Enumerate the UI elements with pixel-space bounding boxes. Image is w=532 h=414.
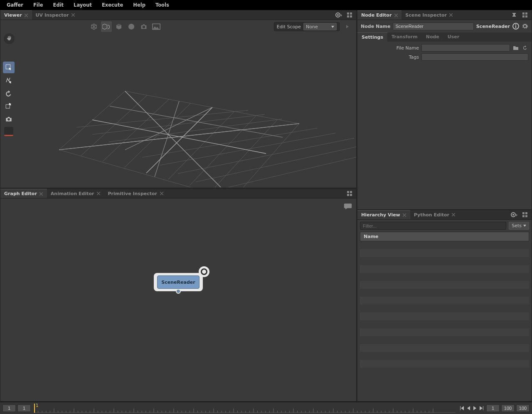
list-item[interactable] [360, 312, 529, 320]
menu-gaffer[interactable]: Gaffer [2, 0, 28, 10]
menu-execute[interactable]: Execute [97, 0, 128, 10]
timeline-current-input[interactable] [486, 404, 500, 412]
tags-input[interactable] [421, 53, 528, 61]
sets-dropdown[interactable]: Sets [509, 222, 529, 230]
edit-scope-select[interactable]: None [303, 23, 337, 30]
list-item[interactable] [360, 344, 529, 352]
svg-rect-25 [522, 212, 525, 214]
timeline-end-input[interactable] [516, 404, 530, 412]
image-icon[interactable] [151, 21, 162, 32]
draw-shaded-icon[interactable] [113, 21, 124, 32]
tab-node-editor[interactable]: Node Editor [357, 10, 401, 20]
timeline-start-input[interactable] [2, 404, 16, 412]
tab-uv-inspector[interactable]: UV Inspector [32, 10, 79, 20]
close-icon[interactable] [71, 13, 75, 17]
hierarchy-filter-input[interactable] [360, 222, 506, 230]
tab-python-editor[interactable]: Python Editor [410, 210, 459, 219]
gear-icon[interactable] [522, 23, 528, 30]
node-output-port[interactable] [176, 289, 181, 294]
list-item[interactable] [360, 305, 529, 312]
info-icon[interactable] [512, 23, 519, 30]
timeline-range-end-input[interactable] [501, 404, 515, 412]
tab-hierarchy-view[interactable]: Hierarchy View [357, 210, 410, 219]
layout-grid-icon[interactable] [521, 211, 529, 219]
draw-sphere-icon[interactable] [126, 21, 137, 32]
list-item[interactable] [360, 368, 529, 376]
tab-animation-editor[interactable]: Animation Editor [47, 189, 104, 198]
section-tab-transform[interactable]: Transform [387, 32, 422, 42]
rotate-tool-icon[interactable] [3, 87, 15, 99]
close-icon[interactable] [452, 213, 456, 217]
layout-grid-icon[interactable] [345, 11, 354, 19]
sets-label: Sets [512, 223, 522, 228]
edit-scope-next-icon[interactable] [342, 21, 353, 32]
section-tab-user[interactable]: User [443, 32, 463, 42]
node-focus-icon[interactable] [199, 266, 209, 277]
close-icon[interactable] [39, 192, 43, 196]
menu-file[interactable]: File [28, 0, 48, 10]
graph-canvas[interactable]: SceneReader [0, 198, 356, 401]
graph-node-scenereader[interactable]: SceneReader [154, 273, 203, 291]
list-item[interactable] [360, 320, 529, 328]
pin-icon[interactable] [510, 11, 518, 19]
close-icon[interactable] [449, 13, 453, 17]
folder-icon[interactable] [512, 45, 519, 51]
close-icon[interactable] [96, 192, 100, 196]
skip-end-icon[interactable] [479, 405, 485, 411]
hierarchy-column-name[interactable]: Name [360, 232, 529, 241]
play-back-icon[interactable] [466, 405, 471, 411]
layout-grid-icon[interactable] [345, 189, 354, 198]
skip-start-icon[interactable] [459, 405, 465, 411]
tab-graph-editor[interactable]: Graph Editor [0, 189, 47, 198]
draw-solid-icon[interactable] [101, 21, 112, 32]
viewport-3d[interactable] [0, 33, 356, 188]
camera-tool-icon[interactable] [3, 113, 15, 125]
list-item[interactable] [360, 289, 529, 297]
tab-scene-inspector[interactable]: Scene Inspector [401, 10, 457, 20]
menu-tools[interactable]: Tools [150, 0, 174, 10]
timeline-range-start-input[interactable] [17, 404, 31, 412]
expand-scope-icon[interactable] [335, 11, 343, 19]
menu-layout[interactable]: Layout [69, 0, 97, 10]
node-editor-tabbar: Node Editor Scene Inspector [357, 10, 532, 20]
list-item[interactable] [360, 273, 529, 281]
list-item[interactable] [360, 352, 529, 360]
select-tool-icon[interactable] [3, 62, 15, 73]
list-item[interactable] [360, 249, 529, 257]
filename-input[interactable] [421, 44, 510, 52]
close-icon[interactable] [394, 13, 398, 17]
close-icon[interactable] [160, 192, 163, 196]
play-forward-icon[interactable] [472, 405, 478, 411]
close-icon[interactable] [403, 213, 406, 217]
playhead[interactable] [34, 404, 35, 413]
translate-tool-icon[interactable] [3, 74, 15, 86]
reload-icon[interactable] [522, 45, 528, 51]
layout-grid-icon[interactable] [521, 11, 529, 19]
section-tab-node[interactable]: Node [422, 32, 443, 42]
list-item[interactable] [360, 257, 529, 265]
list-item[interactable] [360, 360, 529, 368]
scale-tool-icon[interactable] [3, 100, 15, 112]
timeline-track[interactable]: 1 [34, 404, 456, 413]
list-item[interactable] [360, 241, 529, 249]
current-frame-label: 1 [36, 403, 38, 408]
list-item[interactable] [360, 297, 529, 305]
list-item[interactable] [360, 265, 529, 273]
tab-viewer[interactable]: Viewer [0, 10, 32, 20]
draw-wireframe-icon[interactable] [89, 21, 99, 32]
menu-help[interactable]: Help [128, 0, 150, 10]
menu-edit[interactable]: Edit [48, 0, 69, 10]
svg-rect-27 [522, 215, 525, 217]
camera-icon[interactable] [138, 21, 149, 32]
viewer-tabbar: Viewer UV Inspector [0, 10, 356, 20]
annotation-icon[interactable] [344, 203, 352, 210]
list-item[interactable] [360, 336, 529, 344]
tab-primitive-inspector[interactable]: Primitive Inspector [104, 189, 167, 198]
node-name-input[interactable] [393, 22, 473, 30]
list-item[interactable] [360, 328, 529, 336]
section-tab-settings[interactable]: Settings [357, 32, 387, 42]
close-icon[interactable] [25, 13, 28, 17]
crop-tool-icon[interactable] [4, 127, 13, 136]
expand-scope-icon[interactable] [510, 211, 518, 219]
list-item[interactable] [360, 281, 529, 289]
